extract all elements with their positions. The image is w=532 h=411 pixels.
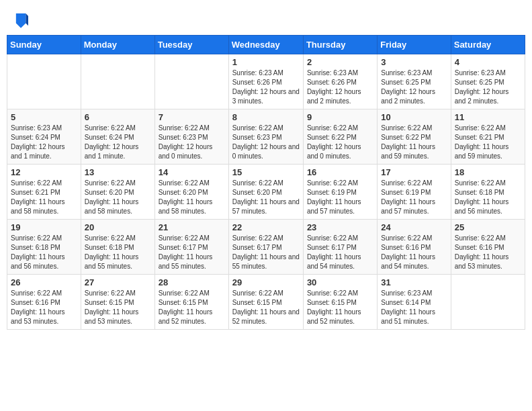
day-header-monday: Monday — [81, 36, 154, 54]
calendar-cell: 6Sunrise: 6:22 AM Sunset: 6:24 PM Daylig… — [81, 109, 154, 165]
day-info: Sunrise: 6:22 AM Sunset: 6:15 PM Dayligh… — [85, 289, 151, 326]
calendar-cell — [154, 54, 228, 109]
calendar-cell: 8Sunrise: 6:22 AM Sunset: 6:23 PM Daylig… — [228, 109, 303, 165]
calendar-cell: 28Sunrise: 6:22 AM Sunset: 6:15 PM Dayli… — [154, 275, 228, 330]
day-number: 3 — [381, 57, 447, 67]
day-number: 13 — [85, 167, 151, 177]
day-header-saturday: Saturday — [451, 36, 525, 54]
day-number: 27 — [85, 277, 151, 287]
day-number: 21 — [159, 222, 225, 232]
day-info: Sunrise: 6:23 AM Sunset: 6:25 PM Dayligh… — [381, 68, 447, 106]
calendar-cell: 19Sunrise: 6:22 AM Sunset: 6:18 PM Dayli… — [7, 220, 81, 275]
calendar-cell: 23Sunrise: 6:22 AM Sunset: 6:17 PM Dayli… — [303, 220, 377, 275]
calendar-cell: 17Sunrise: 6:22 AM Sunset: 6:19 PM Dayli… — [378, 165, 451, 220]
calendar-cell: 24Sunrise: 6:22 AM Sunset: 6:16 PM Dayli… — [378, 220, 451, 275]
day-info: Sunrise: 6:22 AM Sunset: 6:18 PM Dayligh… — [85, 234, 151, 271]
calendar-header-row: SundayMondayTuesdayWednesdayThursdayFrid… — [7, 36, 525, 54]
calendar-cell — [7, 54, 81, 109]
day-info: Sunrise: 6:22 AM Sunset: 6:20 PM Dayligh… — [85, 179, 151, 216]
day-info: Sunrise: 6:23 AM Sunset: 6:26 PM Dayligh… — [232, 68, 300, 106]
day-info: Sunrise: 6:23 AM Sunset: 6:25 PM Dayligh… — [455, 68, 521, 106]
day-number: 23 — [307, 222, 373, 232]
day-number: 9 — [307, 112, 373, 122]
day-info: Sunrise: 6:22 AM Sunset: 6:21 PM Dayligh… — [455, 124, 521, 161]
calendar-week-4: 19Sunrise: 6:22 AM Sunset: 6:18 PM Dayli… — [7, 220, 525, 275]
day-number: 20 — [85, 222, 151, 232]
calendar-cell: 2Sunrise: 6:23 AM Sunset: 6:26 PM Daylig… — [303, 54, 377, 109]
day-number: 8 — [232, 112, 300, 122]
calendar-cell: 27Sunrise: 6:22 AM Sunset: 6:15 PM Dayli… — [81, 275, 154, 330]
day-header-thursday: Thursday — [303, 36, 377, 54]
calendar-table: SundayMondayTuesdayWednesdayThursdayFrid… — [7, 35, 525, 330]
calendar-week-3: 12Sunrise: 6:22 AM Sunset: 6:21 PM Dayli… — [7, 165, 525, 220]
day-info: Sunrise: 6:22 AM Sunset: 6:22 PM Dayligh… — [307, 124, 373, 161]
day-info: Sunrise: 6:22 AM Sunset: 6:16 PM Dayligh… — [381, 234, 447, 271]
day-number: 26 — [11, 277, 77, 287]
calendar-cell: 11Sunrise: 6:22 AM Sunset: 6:21 PM Dayli… — [451, 109, 525, 165]
calendar-cell: 9Sunrise: 6:22 AM Sunset: 6:22 PM Daylig… — [303, 109, 377, 165]
calendar-cell: 7Sunrise: 6:22 AM Sunset: 6:23 PM Daylig… — [154, 109, 228, 165]
day-number: 15 — [232, 167, 300, 177]
calendar-cell: 29Sunrise: 6:22 AM Sunset: 6:15 PM Dayli… — [228, 275, 303, 330]
day-info: Sunrise: 6:22 AM Sunset: 6:17 PM Dayligh… — [307, 234, 373, 271]
logo — [13, 12, 30, 31]
day-info: Sunrise: 6:22 AM Sunset: 6:20 PM Dayligh… — [232, 179, 300, 216]
day-info: Sunrise: 6:22 AM Sunset: 6:15 PM Dayligh… — [159, 289, 225, 326]
calendar-cell — [451, 275, 525, 330]
day-number: 25 — [455, 222, 521, 232]
day-number: 28 — [159, 277, 225, 287]
day-number: 4 — [455, 57, 521, 67]
calendar-cell: 25Sunrise: 6:22 AM Sunset: 6:16 PM Dayli… — [451, 220, 525, 275]
day-number: 29 — [232, 277, 300, 287]
day-info: Sunrise: 6:22 AM Sunset: 6:18 PM Dayligh… — [455, 179, 521, 216]
day-number: 22 — [232, 222, 300, 232]
day-number: 19 — [11, 222, 77, 232]
day-info: Sunrise: 6:22 AM Sunset: 6:23 PM Dayligh… — [159, 124, 225, 161]
calendar-cell: 16Sunrise: 6:22 AM Sunset: 6:19 PM Dayli… — [303, 165, 377, 220]
day-number: 30 — [307, 277, 373, 287]
calendar-cell: 3Sunrise: 6:23 AM Sunset: 6:25 PM Daylig… — [378, 54, 451, 109]
day-number: 2 — [307, 57, 373, 67]
calendar-cell: 4Sunrise: 6:23 AM Sunset: 6:25 PM Daylig… — [451, 54, 525, 109]
day-info: Sunrise: 6:22 AM Sunset: 6:15 PM Dayligh… — [307, 289, 373, 326]
day-info: Sunrise: 6:22 AM Sunset: 6:19 PM Dayligh… — [307, 179, 373, 216]
day-info: Sunrise: 6:22 AM Sunset: 6:20 PM Dayligh… — [159, 179, 225, 216]
calendar-cell: 1Sunrise: 6:23 AM Sunset: 6:26 PM Daylig… — [228, 54, 303, 109]
calendar-cell: 30Sunrise: 6:22 AM Sunset: 6:15 PM Dayli… — [303, 275, 377, 330]
day-info: Sunrise: 6:22 AM Sunset: 6:15 PM Dayligh… — [232, 289, 300, 326]
day-info: Sunrise: 6:22 AM Sunset: 6:16 PM Dayligh… — [11, 289, 77, 326]
day-number: 24 — [381, 222, 447, 232]
day-info: Sunrise: 6:22 AM Sunset: 6:21 PM Dayligh… — [11, 179, 77, 216]
calendar-cell: 10Sunrise: 6:22 AM Sunset: 6:22 PM Dayli… — [378, 109, 451, 165]
day-number: 14 — [159, 167, 225, 177]
calendar-cell: 13Sunrise: 6:22 AM Sunset: 6:20 PM Dayli… — [81, 165, 154, 220]
day-header-wednesday: Wednesday — [228, 36, 303, 54]
day-info: Sunrise: 6:22 AM Sunset: 6:17 PM Dayligh… — [159, 234, 225, 271]
day-info: Sunrise: 6:23 AM Sunset: 6:24 PM Dayligh… — [11, 124, 77, 161]
svg-marker-1 — [26, 13, 28, 26]
day-number: 6 — [85, 112, 151, 122]
day-info: Sunrise: 6:23 AM Sunset: 6:26 PM Dayligh… — [307, 68, 373, 106]
calendar-cell: 12Sunrise: 6:22 AM Sunset: 6:21 PM Dayli… — [7, 165, 81, 220]
day-number: 10 — [381, 112, 447, 122]
day-number: 18 — [455, 167, 521, 177]
calendar-cell — [81, 54, 154, 109]
calendar-cell: 15Sunrise: 6:22 AM Sunset: 6:20 PM Dayli… — [228, 165, 303, 220]
calendar-cell: 20Sunrise: 6:22 AM Sunset: 6:18 PM Dayli… — [81, 220, 154, 275]
day-info: Sunrise: 6:22 AM Sunset: 6:18 PM Dayligh… — [11, 234, 77, 271]
calendar-week-2: 5Sunrise: 6:23 AM Sunset: 6:24 PM Daylig… — [7, 109, 525, 165]
day-number: 11 — [455, 112, 521, 122]
calendar-cell: 26Sunrise: 6:22 AM Sunset: 6:16 PM Dayli… — [7, 275, 81, 330]
day-header-sunday: Sunday — [7, 36, 81, 54]
calendar-cell: 22Sunrise: 6:22 AM Sunset: 6:17 PM Dayli… — [228, 220, 303, 275]
day-number: 5 — [11, 112, 77, 122]
day-info: Sunrise: 6:22 AM Sunset: 6:24 PM Dayligh… — [85, 124, 151, 161]
day-info: Sunrise: 6:22 AM Sunset: 6:22 PM Dayligh… — [381, 124, 447, 161]
day-header-tuesday: Tuesday — [154, 36, 228, 54]
day-number: 7 — [159, 112, 225, 122]
calendar-week-5: 26Sunrise: 6:22 AM Sunset: 6:16 PM Dayli… — [7, 275, 525, 330]
calendar-cell: 18Sunrise: 6:22 AM Sunset: 6:18 PM Dayli… — [451, 165, 525, 220]
calendar-cell: 21Sunrise: 6:22 AM Sunset: 6:17 PM Dayli… — [154, 220, 228, 275]
day-number: 12 — [11, 167, 77, 177]
day-number: 31 — [381, 277, 447, 287]
